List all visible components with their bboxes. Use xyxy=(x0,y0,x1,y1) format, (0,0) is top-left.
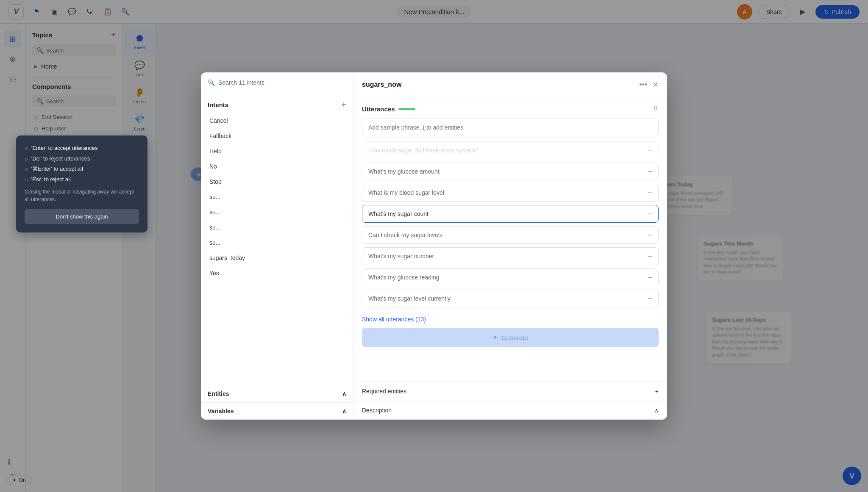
variables-header[interactable]: Variables ∧ xyxy=(208,408,346,415)
chevron-up-icon: ∧ xyxy=(654,407,659,414)
bullet-icon: ○ xyxy=(25,165,28,174)
modal-right-icons: ••• ✕ xyxy=(639,80,659,89)
close-icon[interactable]: ✕ xyxy=(652,80,659,89)
utterances-underline xyxy=(398,108,415,110)
add-intent-icon[interactable]: + xyxy=(341,100,346,110)
bullet-icon: ○ xyxy=(25,144,28,153)
search-icon: 🔍 xyxy=(208,79,215,86)
utterance-row-4: − xyxy=(362,226,659,244)
chevron-up-icon: ∧ xyxy=(342,408,346,415)
utterances-header: Utterances ⇧ xyxy=(362,104,659,113)
utterance-add-input[interactable] xyxy=(362,119,659,136)
utterance-input-2[interactable] xyxy=(362,184,642,201)
more-icon[interactable]: ••• xyxy=(639,80,647,89)
utterance-input-3[interactable] xyxy=(362,205,642,222)
tooltip-popup: ○ 'Enter' to accept utterances ○ 'Del' t… xyxy=(16,135,147,232)
tooltip-item-1: ○ 'Del' to reject utterances xyxy=(25,155,139,163)
intent-stop[interactable]: Stop xyxy=(204,174,350,189)
intent-fallback[interactable]: Fallback xyxy=(204,128,350,144)
intent-su3[interactable]: su... xyxy=(204,220,350,235)
modal-search-input[interactable] xyxy=(218,79,346,86)
generate-button[interactable]: ✦ Generate xyxy=(362,328,659,347)
modal-right-panel: sugars_now ••• ✕ Utterances ⇧ xyxy=(353,72,667,420)
modal-title: sugars_now xyxy=(362,81,401,88)
remove-utterance-3[interactable]: − xyxy=(642,210,658,218)
entities-header[interactable]: Entities ∧ xyxy=(208,390,346,397)
dont-show-button[interactable]: Don't show this again xyxy=(25,209,139,224)
remove-utterance-7[interactable]: − xyxy=(642,295,658,302)
utterance-input-1[interactable] xyxy=(362,163,642,180)
modal-search-box: 🔍 xyxy=(201,72,353,93)
description-row[interactable]: Description ∧ xyxy=(362,407,659,414)
bullet-icon: ○ xyxy=(25,176,28,184)
utterance-input-6[interactable] xyxy=(362,269,642,286)
required-entities-section: Required entities + xyxy=(353,381,667,401)
utterance-input-0[interactable] xyxy=(362,142,642,159)
utterance-row-5: − xyxy=(362,247,659,265)
tooltip-note: Closing the modal or navigating away wil… xyxy=(25,188,139,203)
utterance-row-6: − xyxy=(362,268,659,286)
intent-cancel[interactable]: Cancel xyxy=(204,113,350,128)
tooltip-item-3: ○ 'Esc' to reject all xyxy=(25,175,139,184)
upload-icon[interactable]: ⇧ xyxy=(652,104,659,113)
utterance-row-0: − xyxy=(362,141,659,159)
remove-utterance-1[interactable]: − xyxy=(642,168,658,175)
modal-right-content: Utterances ⇧ − − − xyxy=(353,97,667,381)
remove-utterance-6[interactable]: − xyxy=(642,274,658,281)
modal-left-panel: 🔍 Intents + Cancel Fallback Help No Stop… xyxy=(201,72,353,420)
intent-su2[interactable]: su... xyxy=(204,205,350,220)
utterance-row-2: − xyxy=(362,184,659,202)
utterance-input-4[interactable] xyxy=(362,227,642,243)
ai-icon: ✦ xyxy=(492,334,498,341)
remove-utterance-0[interactable]: − xyxy=(642,146,658,154)
chevron-up-icon: ∧ xyxy=(342,390,346,397)
entities-section: Entities ∧ xyxy=(201,385,353,402)
utterance-row-3: − xyxy=(362,205,659,223)
bullet-icon: ○ xyxy=(25,155,28,163)
intent-help[interactable]: Help xyxy=(204,144,350,159)
remove-utterance-2[interactable]: − xyxy=(642,189,658,196)
intent-yes[interactable]: Yes xyxy=(204,265,350,281)
intents-title: Intents xyxy=(208,101,228,108)
utterance-row-1: − xyxy=(362,163,659,180)
utterance-row-7: − xyxy=(362,290,659,307)
tooltip-item-0: ○ 'Enter' to accept utterances xyxy=(25,144,139,153)
show-all-utterances[interactable]: Show all utterances (13) xyxy=(362,316,426,323)
required-entities-row[interactable]: Required entities + xyxy=(362,388,659,395)
utterance-input-7[interactable] xyxy=(362,290,642,307)
intent-su1[interactable]: su... xyxy=(204,189,350,205)
modal-intents-header: Intents + xyxy=(201,93,353,113)
utterance-input-5[interactable] xyxy=(362,248,642,265)
plus-icon[interactable]: + xyxy=(655,388,659,395)
description-section: Description ∧ xyxy=(353,401,667,420)
remove-utterance-4[interactable]: − xyxy=(642,231,658,239)
intent-su4[interactable]: su... xyxy=(204,235,350,250)
modal: 🔍 Intents + Cancel Fallback Help No Stop… xyxy=(201,72,667,420)
modal-overlay[interactable]: 🔍 Intents + Cancel Fallback Help No Stop… xyxy=(0,0,868,492)
intent-sugars-today[interactable]: sugars_today xyxy=(204,250,350,265)
variables-section: Variables ∧ xyxy=(201,402,353,420)
modal-right-header: sugars_now ••• ✕ xyxy=(353,72,667,97)
remove-utterance-5[interactable]: − xyxy=(642,252,658,260)
utterances-title: Utterances xyxy=(362,105,415,113)
intent-no[interactable]: No xyxy=(204,159,350,174)
intents-list: Cancel Fallback Help No Stop su... su...… xyxy=(201,113,353,385)
tooltip-item-2: ○ '⌘Enter' to accept all xyxy=(25,165,139,174)
